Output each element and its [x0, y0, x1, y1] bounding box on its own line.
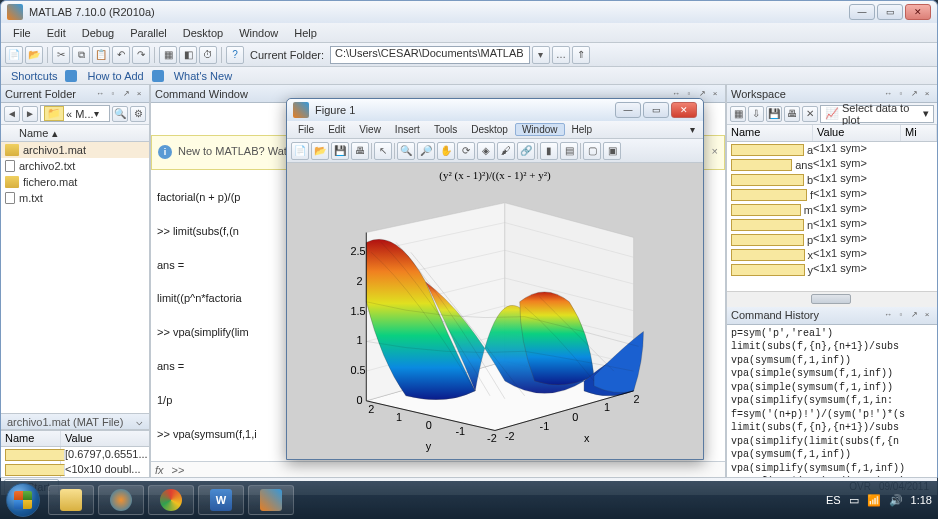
fig-menu-tools[interactable]: Tools: [427, 123, 464, 136]
cut-icon[interactable]: ✂: [52, 46, 70, 64]
tray-network-icon[interactable]: 📶: [867, 494, 881, 507]
current-folder-path[interactable]: C:\Users\CESAR\Documents\MATLAB: [330, 46, 530, 64]
paste-icon[interactable]: 📋: [92, 46, 110, 64]
panel-close-icon[interactable]: ×: [709, 88, 721, 100]
file-row[interactable]: archivo2.txt: [1, 158, 149, 174]
fig-menu-file[interactable]: File: [291, 123, 321, 136]
fig-minimize-button[interactable]: —: [615, 102, 641, 118]
tray-volume-icon[interactable]: 🔊: [889, 494, 903, 507]
zoom-out-icon[interactable]: 🔎: [417, 142, 435, 160]
open-fig-icon[interactable]: 📂: [311, 142, 329, 160]
simulink-icon[interactable]: ▦: [159, 46, 177, 64]
workspace-header[interactable]: Workspace ↔▫↗×: [727, 85, 937, 103]
workspace-row[interactable]: n<1x1 sym>: [727, 217, 937, 232]
open-file-icon[interactable]: 📂: [25, 46, 43, 64]
start-orb[interactable]: [6, 483, 40, 517]
select-plot-dropdown[interactable]: 📈Select data to plot▾: [820, 105, 934, 123]
cf-dropdown-icon[interactable]: ▾: [532, 46, 550, 64]
minimize-button[interactable]: —: [849, 4, 875, 20]
fig-menu-edit[interactable]: Edit: [321, 123, 352, 136]
task-item-word[interactable]: W: [198, 485, 244, 515]
workspace-row[interactable]: ans<1x1 sym>: [727, 157, 937, 172]
task-item-mediaplayer[interactable]: [98, 485, 144, 515]
gear-icon[interactable]: ⚙: [130, 106, 146, 122]
brush-icon[interactable]: 🖌: [497, 142, 515, 160]
figure-titlebar[interactable]: Figure 1 — ▭ ✕: [287, 99, 703, 121]
forward-icon[interactable]: ►: [22, 106, 38, 122]
undock-icon[interactable]: ↔: [882, 88, 894, 100]
figure-canvas[interactable]: (y² (x - 1)²)/((x - 1)² + y²): [287, 163, 703, 459]
undo-icon[interactable]: ↶: [112, 46, 130, 64]
task-item-chrome[interactable]: [148, 485, 194, 515]
panel-menu-icon[interactable]: ↗: [120, 88, 132, 100]
find-icon[interactable]: 🔍: [112, 106, 128, 122]
pointer-icon[interactable]: ↖: [374, 142, 392, 160]
file-list-header[interactable]: Name▴: [1, 125, 149, 142]
guide-icon[interactable]: ◧: [179, 46, 197, 64]
import-icon[interactable]: ⇩: [748, 106, 764, 122]
task-item-explorer[interactable]: [48, 485, 94, 515]
fig-menu-window[interactable]: Window: [515, 123, 565, 136]
titlebar[interactable]: MATLAB 7.10.0 (R2010a) — ▭ ✕: [1, 1, 937, 23]
shortcuts-link[interactable]: Shortcuts: [7, 70, 61, 82]
copy-icon[interactable]: ⧉: [72, 46, 90, 64]
rotate3d-icon[interactable]: ⟳: [457, 142, 475, 160]
tray-flag-icon[interactable]: ▭: [849, 494, 859, 507]
zoom-in-icon[interactable]: 🔍: [397, 142, 415, 160]
fig-close-button[interactable]: ✕: [671, 102, 697, 118]
menu-help[interactable]: Help: [286, 25, 325, 41]
back-icon[interactable]: ◄: [4, 106, 20, 122]
detail-row[interactable]: p[0.6797,0.6551...: [1, 447, 149, 462]
profiler-icon[interactable]: ⏱: [199, 46, 217, 64]
save-fig-icon[interactable]: 💾: [331, 142, 349, 160]
panel-menu-icon[interactable]: ▫: [107, 88, 119, 100]
command-history[interactable]: p=sym('p','real') limit(subs(f,{n},{n+1}…: [727, 325, 937, 478]
fig-maximize-button[interactable]: ▭: [643, 102, 669, 118]
new-file-icon[interactable]: 📄: [5, 46, 23, 64]
colorbar-icon[interactable]: ▮: [540, 142, 558, 160]
hide-tools-icon[interactable]: ▢: [583, 142, 601, 160]
file-row[interactable]: m.txt: [1, 190, 149, 206]
up-folder-icon[interactable]: ⇑: [572, 46, 590, 64]
datacursor-icon[interactable]: ◈: [477, 142, 495, 160]
detail-row[interactable]: q<10x10 doubl...: [1, 462, 149, 477]
current-folder-header[interactable]: Current Folder ↔ ▫ ↗ ×: [1, 85, 149, 103]
panel-close-icon[interactable]: ×: [921, 309, 933, 321]
print-icon[interactable]: 🖶: [784, 106, 800, 122]
show-tools-icon[interactable]: ▣: [603, 142, 621, 160]
lang-indicator[interactable]: ES: [826, 494, 841, 506]
legend-icon[interactable]: ▤: [560, 142, 578, 160]
menu-file[interactable]: File: [5, 25, 39, 41]
print-fig-icon[interactable]: 🖶: [351, 142, 369, 160]
workspace-row[interactable]: f<1x1 sym>: [727, 187, 937, 202]
pan-icon[interactable]: ✋: [437, 142, 455, 160]
banner-close-icon[interactable]: ×: [712, 144, 718, 160]
new-fig-icon[interactable]: 📄: [291, 142, 309, 160]
task-item-matlab[interactable]: [248, 485, 294, 515]
fig-menu-more-icon[interactable]: ▾: [686, 124, 699, 135]
workspace-row[interactable]: b<1x1 sym>: [727, 172, 937, 187]
taskbar-clock[interactable]: 1:18: [911, 494, 932, 506]
file-row[interactable]: archivo1.mat: [1, 142, 149, 158]
new-var-icon[interactable]: ▦: [730, 106, 746, 122]
menu-edit[interactable]: Edit: [39, 25, 74, 41]
browse-folder-icon[interactable]: …: [552, 46, 570, 64]
fig-menu-insert[interactable]: Insert: [388, 123, 427, 136]
fig-menu-help[interactable]: Help: [565, 123, 600, 136]
cf-path-short[interactable]: 📁« M... ▾: [40, 105, 110, 122]
panel-close-icon[interactable]: ×: [921, 88, 933, 100]
workspace-hscroll[interactable]: [727, 291, 937, 307]
menu-parallel[interactable]: Parallel: [122, 25, 175, 41]
close-button[interactable]: ✕: [905, 4, 931, 20]
save-ws-icon[interactable]: 💾: [766, 106, 782, 122]
workspace-row[interactable]: a<1x1 sym>: [727, 142, 937, 157]
command-history-header[interactable]: Command History ↔▫↗×: [727, 307, 937, 325]
undock-icon[interactable]: ↔: [94, 88, 106, 100]
workspace-row[interactable]: x<1x1 sym>: [727, 247, 937, 262]
workspace-row[interactable]: p<1x1 sym>: [727, 232, 937, 247]
fig-menu-desktop[interactable]: Desktop: [464, 123, 515, 136]
delete-icon[interactable]: ✕: [802, 106, 818, 122]
file-row[interactable]: fichero.mat: [1, 174, 149, 190]
whatsnew-link[interactable]: What's New: [170, 70, 236, 82]
menu-desktop[interactable]: Desktop: [175, 25, 231, 41]
